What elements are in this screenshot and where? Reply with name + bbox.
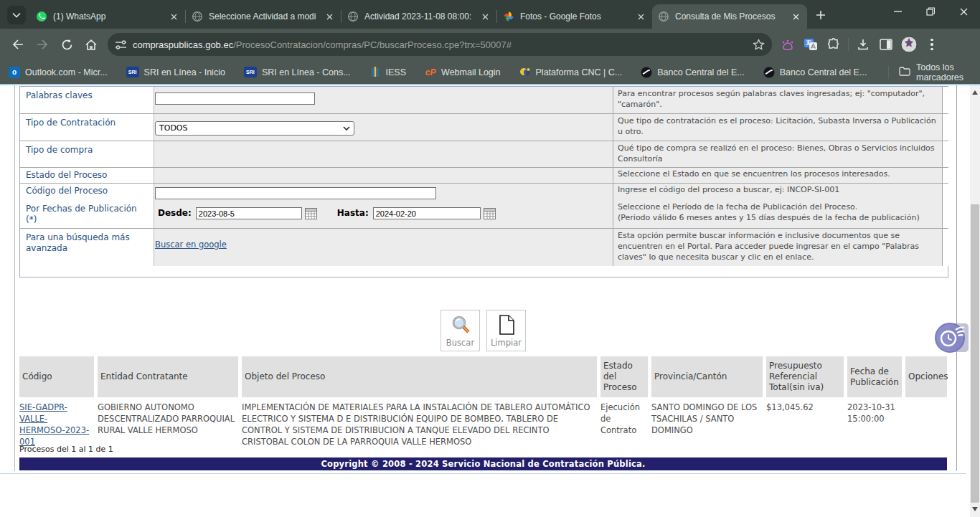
reload-icon [61,39,73,51]
extension-pink-icon[interactable] [776,33,799,56]
results-summary: Procesos del 1 al 1 de 1 [19,445,113,454]
tab-title: (1) WhatsApp [53,11,164,22]
form-bottom-spacer [20,266,948,277]
scroll-down-arrow[interactable] [972,507,978,511]
buscar-label: Buscar [446,338,474,348]
tab-close-icon[interactable] [790,11,801,22]
bookmark-star-icon[interactable] [753,39,765,51]
field-label-busqueda-avanzada: Para una búsqueda más avanzada [20,229,154,266]
field-label-tipo-compra: Tipo de compra [20,141,154,167]
iess-icon [369,67,381,78]
bookmark-label: Webmail Login [441,67,500,77]
home-button[interactable] [79,32,103,57]
tab-consulta-procesos-active[interactable]: Consulta de Mis Procesos [652,4,807,29]
bookmark-banco-central-1[interactable]: Banco Central del E... [641,67,745,78]
tab-seleccione-actividad[interactable]: Seleccione Actividad a modi [186,4,341,29]
select-value: TODOS [159,123,343,133]
estado-proceso-cell [154,168,613,183]
forward-icon [36,39,49,50]
table-row-objeto: IMPLEMENTACIÓN DE MATERIALES PARA LA INS… [242,400,597,449]
minimize-icon [894,11,902,12]
tab-search-button[interactable] [7,6,26,24]
tab-close-icon[interactable] [635,11,646,22]
search-icon [450,314,471,336]
vertical-scrollbar[interactable] [970,85,980,517]
help-text: Ingrese el código del proceso a buscar, … [613,184,943,201]
bookmark-cnc[interactable]: Plataforma CNC | C... [519,67,623,78]
bookmark-label: Banco Central del E... [780,67,867,77]
scrollbar-thumb[interactable] [971,204,979,503]
page-frame-left-border [14,85,15,471]
tab-title: Actividad 2023-11-08 08:00: [364,11,475,22]
bookmark-outlook[interactable]: o Outlook.com - Micr... [9,67,108,78]
page-frame-right-border [956,85,957,471]
side-panel-button[interactable] [875,33,897,56]
url-domain: compraspublicas.gob.ec [133,39,233,50]
url-text[interactable]: compraspublicas.gob.ec/ProcesoContrataci… [133,39,753,50]
reload-button[interactable] [55,32,79,57]
scroll-up-arrow[interactable] [972,90,978,95]
restore-icon [926,7,935,16]
page-content: Palabras claves Para encontrar procesos … [0,84,980,517]
translate-icon[interactable] [799,33,822,56]
col-header-opciones: Opciones [905,356,947,397]
tab-close-icon[interactable] [324,11,335,22]
buscar-button[interactable]: Buscar [440,310,480,351]
bookmark-webmail[interactable]: cP Webmail Login [425,67,500,78]
extensions-puzzle-icon[interactable] [822,33,845,56]
bookmark-label: Plataforma CNC | C... [536,67,623,77]
col-header-estado: Estado del Proceso [600,356,648,397]
palabras-claves-input[interactable] [155,93,315,105]
profile-avatar[interactable] [897,33,920,56]
calendar-icon[interactable] [484,208,496,219]
field-label-codigo-proceso: Código del Proceso [20,184,154,201]
fecha-desde-input[interactable] [196,207,302,219]
tab-actividad[interactable]: Actividad 2023-11-08 08:00: [341,4,496,29]
tab-close-icon[interactable] [168,11,179,22]
bookmark-iess[interactable]: IESS [369,67,407,78]
bookmark-sri-inicio[interactable]: SRI SRI en Línea - Inicio [126,67,225,77]
back-button[interactable] [6,32,30,57]
field-label-palabras-claves: Palabras claves [20,87,154,113]
tab-whatsapp[interactable]: (1) WhatsApp [30,4,185,29]
toolbar-separator [848,38,849,51]
bookmarks-bar: o Outlook.com - Micr... SRI SRI en Línea… [0,60,980,84]
all-bookmarks[interactable]: Todos los marcadores [885,62,971,82]
browser-toolbar: compraspublicas.gob.ec/ProcesoContrataci… [0,29,980,60]
table-row-codigo: SIE-GADPR-VALLE-HERMOSO-2023-001 [19,400,94,449]
forward-button[interactable] [30,32,55,57]
tab-title: Fotos - Google Fotos [520,11,631,22]
fecha-hasta-input[interactable] [373,207,481,219]
bookmark-label: Banco Central del E... [657,67,745,77]
banco-central-icon [763,67,775,78]
close-window-button[interactable] [947,0,980,23]
floating-timer-widget[interactable] [934,321,970,355]
bookmarks-separator [888,66,889,79]
tipo-contratacion-select[interactable]: TODOS [155,121,354,136]
proceso-link[interactable]: SIE-GADPR-VALLE-HERMOSO-2023-001 [19,402,89,447]
bookmark-sri-consultas[interactable]: SRI SRI en Línea - Cons... [244,67,351,77]
hasta-label: Hasta: [337,208,369,218]
codigo-proceso-input[interactable] [155,187,436,199]
help-text: Qué tipo de compra se realizó en el proc… [613,141,943,167]
table-row-estado: Ejecución de Contrato [600,400,648,449]
bookmark-label: Outlook.com - Micr... [25,67,108,77]
tab-close-icon[interactable] [479,11,491,22]
menu-kebab-button[interactable] [920,33,943,56]
tab-google-fotos[interactable]: Fotos - Google Fotos [497,4,652,29]
downloads-button[interactable] [852,33,875,56]
limpiar-button[interactable]: Limpiar [486,310,526,351]
new-tab-button[interactable] [811,6,830,24]
bookmark-label: SRI en Línea - Inicio [144,67,225,77]
bookmark-label: IESS [386,67,407,77]
window-controls [881,0,980,29]
desde-label: Desde: [158,208,192,218]
bookmark-banco-central-2[interactable]: Banco Central del E... [763,67,867,78]
restore-button[interactable] [914,0,947,23]
buscar-en-google-link[interactable]: Buscar en google [155,239,227,250]
help-text: Esta opción permite buscar información e… [613,229,943,266]
calendar-icon[interactable] [305,208,317,219]
address-bar[interactable]: compraspublicas.gob.ec/ProcesoContrataci… [108,33,772,56]
minimize-button[interactable] [881,0,914,23]
col-header-objeto: Objeto del Proceso [242,356,597,397]
